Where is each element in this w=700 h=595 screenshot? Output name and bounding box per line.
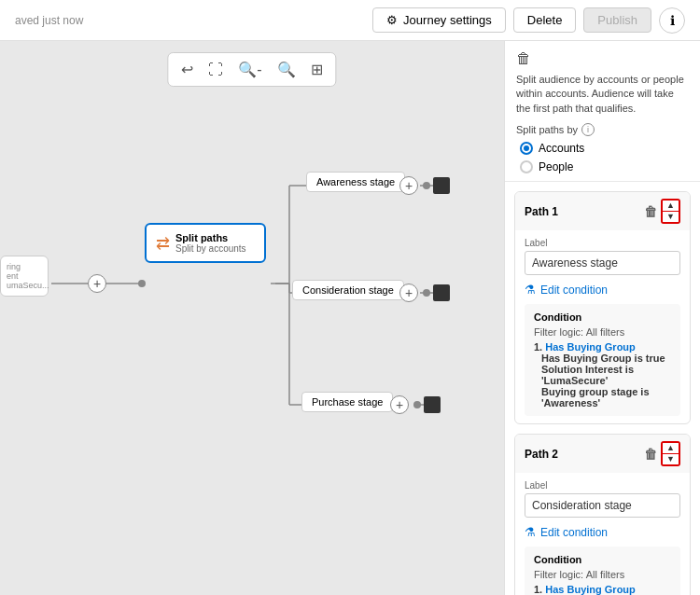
path-2-arrows: ▲ ▼: [661, 441, 680, 466]
topbar-actions: ⚙ Journey settings Delete Publish ℹ: [372, 7, 685, 34]
path-2-header: Path 2 🗑 ▲ ▼: [515, 435, 690, 473]
path-2-down-button[interactable]: ▼: [663, 454, 679, 464]
path-1-trash[interactable]: 🗑: [644, 204, 657, 219]
path-2-condition-box: Condition Filter logic: All filters 1. H…: [525, 547, 680, 595]
path-1-down-button[interactable]: ▼: [663, 212, 679, 222]
filter-icon-1: ⚗: [525, 283, 536, 297]
settings-icon: ⚙: [386, 13, 398, 27]
flow-plus-3[interactable]: +: [390, 395, 409, 414]
left-partial-node: ring ent umaSecu...: [0, 256, 49, 297]
path-1-condition-item-1: 1. Has Buying Group Has Buying Group is …: [534, 341, 671, 408]
path-1-label-field-name: Label: [525, 238, 680, 248]
flow-dot-entry: [138, 280, 146, 287]
path-2-up-button[interactable]: ▲: [663, 443, 679, 453]
path-1-filter-logic: Filter logic: All filters: [534, 326, 671, 338]
path-2-label-field-name: Label: [525, 480, 680, 491]
path-2-body: Label ⚗ Edit condition Condition Filter …: [515, 473, 690, 595]
path-2-label-input[interactable]: [525, 493, 680, 518]
path-1-arrows: ▲ ▼: [661, 199, 680, 224]
delete-button[interactable]: Delete: [513, 7, 577, 33]
right-sidebar: 🗑 Split audience by accounts or people w…: [504, 41, 700, 595]
flow-dot-2: [423, 289, 430, 297]
main-area: ↩ ⛶ 🔍- 🔍 ⊞: [0, 41, 700, 595]
journey-settings-button[interactable]: ⚙ Journey settings: [372, 7, 506, 33]
sidebar-header: 🗑 Split audience by accounts or people w…: [505, 41, 700, 182]
flow-stop-2: [433, 284, 450, 301]
path-1-body: Label ⚗ Edit condition Condition Filter …: [515, 230, 690, 423]
path-1-header: Path 1 🗑 ▲ ▼: [515, 192, 690, 230]
path-card-1: Path 1 🗑 ▲ ▼ Label ⚗ Edit condition: [514, 191, 691, 424]
split-paths-node[interactable]: ⇄ Split paths Split by accounts: [145, 223, 266, 263]
path-2-condition-item-1: 1. Has Buying Group Has Buying Group is …: [534, 584, 671, 595]
radio-people-dot: [520, 160, 533, 173]
path-2-filter-logic: Filter logic: All filters: [534, 569, 671, 580]
path-label-purchase: Purchase stage: [301, 392, 393, 412]
path-2-condition-title: Condition: [534, 554, 671, 565]
split-by-label: Split paths by i: [516, 123, 689, 136]
radio-accounts-dot: [520, 142, 533, 155]
path-card-2: Path 2 🗑 ▲ ▼ Label ⚗ Edit condition: [514, 434, 691, 595]
flow-dot-1: [423, 182, 430, 189]
radio-people[interactable]: People: [520, 160, 685, 173]
saved-status: aved just now: [15, 14, 83, 27]
help-icon: ℹ: [670, 13, 675, 28]
flow-dot-3: [413, 401, 421, 408]
split-by-radio-group: Accounts People: [516, 142, 689, 173]
sidebar-trash-icon[interactable]: 🗑: [516, 50, 689, 67]
flow-stop-1: [433, 177, 450, 194]
path-1-condition-title: Condition: [534, 311, 671, 323]
path-1-up-button[interactable]: ▲: [663, 201, 679, 211]
flow-plus-1[interactable]: +: [399, 176, 418, 195]
sidebar-description: Split audience by accounts or people wit…: [516, 73, 689, 116]
split-icon: ⇄: [156, 233, 170, 254]
flow-svg: [0, 41, 504, 595]
flow-plus-entry[interactable]: +: [88, 274, 106, 293]
path-2-edit-condition-button[interactable]: ⚗ Edit condition: [525, 525, 608, 539]
publish-button[interactable]: Publish: [583, 7, 651, 33]
path-label-consideration: Consideration stage: [292, 280, 404, 300]
radio-accounts[interactable]: Accounts: [520, 142, 685, 155]
filter-icon-2: ⚗: [525, 525, 536, 539]
path-2-trash[interactable]: 🗑: [644, 447, 657, 462]
path-1-label-input[interactable]: [525, 251, 680, 275]
split-by-info-icon[interactable]: i: [581, 123, 595, 136]
flow-stop-3: [424, 396, 441, 413]
path-label-awareness: Awareness stage: [306, 172, 405, 192]
flow-plus-2[interactable]: +: [399, 284, 418, 302]
path-1-condition-box: Condition Filter logic: All filters 1. H…: [525, 304, 680, 416]
topbar: aved just now ⚙ Journey settings Delete …: [0, 0, 700, 41]
help-button[interactable]: ℹ: [659, 7, 685, 34]
path-1-edit-condition-button[interactable]: ⚗ Edit condition: [525, 283, 608, 297]
canvas-area: ↩ ⛶ 🔍- 🔍 ⊞: [0, 41, 504, 595]
